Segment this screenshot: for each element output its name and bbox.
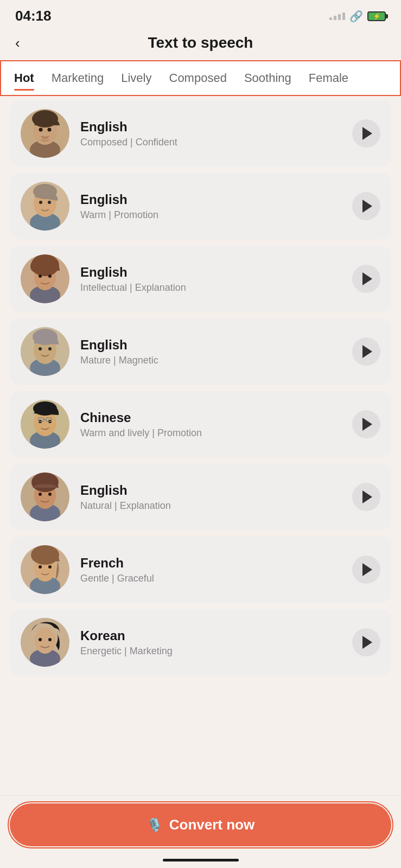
svg-point-45 (48, 493, 52, 496)
svg-point-54 (35, 628, 55, 654)
voice-card-4: English Mature | Magnetic (10, 318, 391, 385)
voice-tags-6: Natural | Explanation (80, 500, 341, 512)
play-button-6[interactable] (352, 483, 380, 511)
voice-info-6: English Natural | Explanation (80, 483, 341, 512)
status-bar: 04:18 🔗 ⚡ (0, 0, 401, 29)
voice-info-4: English Mature | Magnetic (80, 337, 341, 366)
tab-bar: Hot Marketing Lively Composed Soothing F… (0, 60, 401, 96)
convert-bar: 🎙️ Convert now (0, 795, 401, 868)
voice-info-3: English Intellectual | Explanation (80, 265, 341, 293)
play-icon-1 (362, 127, 372, 140)
svg-point-50 (39, 565, 42, 569)
play-button-2[interactable] (352, 192, 380, 220)
play-icon-2 (362, 200, 372, 213)
page-title: Text to speech (148, 34, 253, 52)
play-icon-5 (362, 418, 372, 431)
svg-point-44 (39, 493, 42, 496)
svg-point-4 (39, 128, 43, 132)
avatar-8 (21, 618, 69, 667)
voice-tags-8: Energetic | Marketing (80, 646, 341, 657)
avatar-3 (21, 254, 69, 303)
tab-soothing[interactable]: Soothing (235, 61, 300, 95)
voice-lang-8: Korean (80, 628, 341, 643)
svg-point-27 (39, 347, 42, 350)
avatar-4 (21, 327, 69, 376)
convert-button[interactable]: 🎙️ Convert now (10, 803, 391, 846)
avatar-2 (21, 182, 69, 231)
avatar-7 (21, 545, 69, 594)
voice-card-2: English Warm | Promotion (10, 173, 391, 239)
status-time: 04:18 (15, 8, 52, 24)
voice-info-5: Chinese Warm and lively | Promotion (80, 410, 341, 439)
avatar-1 (21, 109, 69, 158)
play-button-4[interactable] (352, 337, 380, 366)
svg-point-55 (39, 638, 42, 641)
voice-card-7: French Gentle | Graceful (10, 537, 391, 603)
convert-icon: 🎙️ (147, 818, 163, 833)
voice-lang-6: English (80, 483, 341, 498)
svg-point-56 (48, 638, 52, 641)
play-button-3[interactable] (352, 265, 380, 293)
svg-rect-8 (49, 142, 52, 143)
voice-lang-2: English (80, 192, 341, 207)
voice-info-8: Korean Energetic | Marketing (80, 628, 341, 657)
voice-list: English Composed | Confident English War… (0, 100, 401, 741)
play-icon-8 (362, 636, 372, 649)
tab-marketing[interactable]: Marketing (43, 61, 113, 95)
voice-info-7: French Gentle | Graceful (80, 556, 341, 584)
back-button[interactable]: ‹ (15, 35, 20, 52)
play-icon-3 (362, 272, 372, 285)
voice-lang-3: English (80, 265, 341, 280)
voice-tags-3: Intellectual | Explanation (80, 282, 341, 293)
svg-point-14 (48, 201, 51, 204)
tab-lively[interactable]: Lively (112, 61, 160, 95)
svg-point-6 (41, 138, 49, 142)
play-button-8[interactable] (352, 628, 380, 656)
avatar-6 (21, 473, 69, 521)
voice-card-1: English Composed | Confident (10, 100, 391, 167)
voice-lang-1: English (80, 119, 341, 135)
play-icon-4 (362, 345, 372, 358)
svg-rect-30 (47, 346, 53, 347)
battery-icon: ⚡ (367, 11, 386, 21)
status-icons: 🔗 ⚡ (329, 10, 386, 23)
svg-rect-7 (39, 142, 41, 143)
svg-point-22 (48, 275, 52, 278)
play-button-5[interactable] (352, 410, 380, 438)
link-icon: 🔗 (349, 10, 363, 23)
avatar-5 (21, 400, 69, 449)
voice-card-8: Korean Energetic | Marketing (10, 609, 391, 675)
tab-hot[interactable]: Hot (5, 61, 43, 95)
voice-card-3: English Intellectual | Explanation (10, 246, 391, 312)
svg-point-28 (48, 347, 52, 350)
convert-button-label: Convert now (169, 816, 254, 833)
voice-lang-7: French (80, 556, 341, 571)
voice-card-6: English Natural | Explanation (10, 464, 391, 530)
voice-info-1: English Composed | Confident (80, 119, 341, 148)
home-indicator (163, 859, 239, 861)
header: ‹ Text to speech (0, 29, 401, 60)
voice-tags-2: Warm | Promotion (80, 209, 341, 221)
voice-tags-5: Warm and lively | Promotion (80, 427, 341, 439)
svg-point-5 (48, 128, 52, 132)
svg-point-21 (39, 275, 42, 278)
voice-lang-4: English (80, 337, 341, 353)
play-button-7[interactable] (352, 556, 380, 584)
signal-icon (329, 12, 345, 20)
svg-point-51 (48, 565, 52, 569)
voice-tags-1: Composed | Confident (80, 137, 341, 148)
voice-info-2: English Warm | Promotion (80, 192, 341, 221)
svg-point-13 (39, 201, 42, 204)
svg-rect-29 (37, 346, 43, 347)
tab-female[interactable]: Female (300, 61, 357, 95)
voice-tags-7: Gentle | Graceful (80, 573, 341, 584)
play-icon-6 (362, 490, 372, 503)
voice-lang-5: Chinese (80, 410, 341, 425)
tab-composed[interactable]: Composed (161, 61, 235, 95)
play-icon-7 (362, 563, 372, 576)
voice-card-5: Chinese Warm and lively | Promotion (10, 391, 391, 457)
voice-tags-4: Mature | Magnetic (80, 355, 341, 366)
play-button-1[interactable] (352, 119, 380, 148)
